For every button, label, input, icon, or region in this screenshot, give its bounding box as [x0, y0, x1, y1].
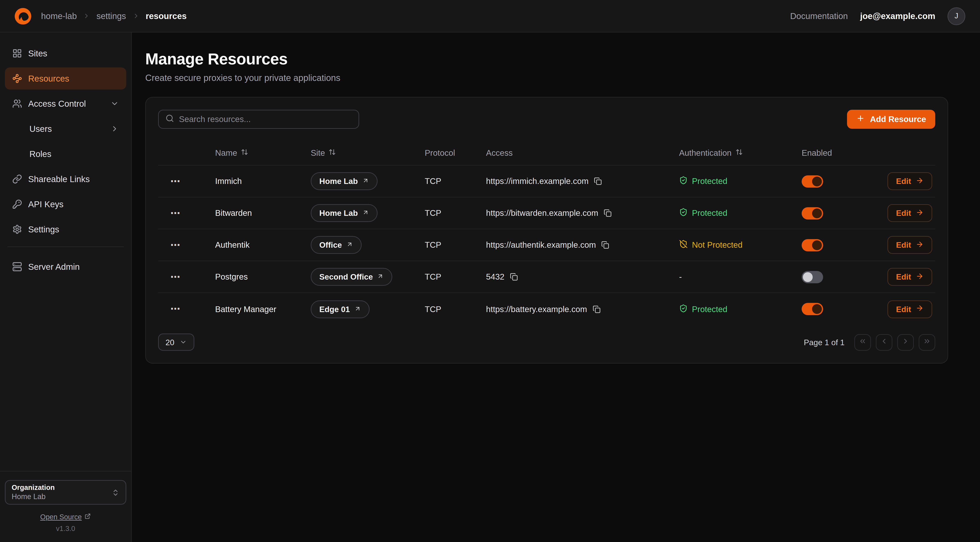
link-icon [12, 174, 22, 184]
enabled-toggle[interactable] [802, 175, 823, 187]
external-link-icon [85, 513, 91, 521]
arrow-up-right-icon [362, 177, 369, 186]
chevrons-left-icon [859, 336, 867, 348]
sidebar-item-roles[interactable]: Roles [5, 143, 126, 165]
sidebar-item-label: Resources [28, 73, 69, 83]
sidebar-item-settings[interactable]: Settings [5, 218, 126, 240]
sidebar-item-server-admin[interactable]: Server Admin [5, 256, 126, 278]
protocol: TCP [425, 177, 486, 186]
edit-button[interactable]: Edit [888, 204, 932, 222]
site-link[interactable]: Second Office [311, 268, 393, 286]
sidebar-item-resources[interactable]: Resources [5, 67, 126, 89]
access-url: https://bitwarden.example.com [486, 209, 598, 218]
resource-name: Postgres [215, 272, 311, 281]
protocol: TCP [425, 240, 486, 250]
copy-icon[interactable] [601, 241, 609, 249]
protocol: TCP [425, 272, 486, 281]
previous-page-button[interactable] [876, 334, 892, 351]
documentation-link[interactable]: Documentation [790, 11, 848, 21]
sidebar: Sites Resources Access Control Users Rol… [0, 32, 132, 542]
resources-table: Name Site Protocol Access Authentication [158, 141, 935, 325]
shield-check-icon [679, 208, 688, 218]
access-url: https://authentik.example.com [486, 240, 596, 250]
sidebar-item-shareable-links[interactable]: Shareable Links [5, 168, 126, 190]
user-email[interactable]: joe@example.com [860, 11, 935, 21]
header-access: Access [486, 148, 679, 158]
sidebar-item-access-control[interactable]: Access Control [5, 92, 126, 115]
auth-status: - [679, 272, 802, 281]
copy-icon[interactable] [594, 177, 602, 185]
organization-label: Organization [12, 484, 55, 491]
first-page-button[interactable] [854, 334, 871, 351]
header-authentication[interactable]: Authentication [679, 148, 802, 158]
app-logo-icon[interactable] [15, 8, 31, 24]
avatar[interactable]: J [948, 7, 965, 25]
shield-check-icon [679, 304, 688, 314]
table-row-authentik: ⋯ Authentik Office TCP https://authentik… [158, 229, 935, 261]
table-body: ⋯ Immich Home Lab TCP https://immich.exa… [158, 166, 935, 325]
open-source-link[interactable]: Open Source [5, 513, 126, 521]
edit-button[interactable]: Edit [888, 236, 932, 254]
edit-button[interactable]: Edit [888, 300, 932, 318]
last-page-button[interactable] [919, 334, 935, 351]
row-menu-button[interactable]: ⋯ [170, 272, 180, 282]
copy-icon[interactable] [510, 273, 518, 281]
version-label: v1.3.0 [5, 525, 126, 532]
table-row-immich: ⋯ Immich Home Lab TCP https://immich.exa… [158, 166, 935, 198]
row-menu-button[interactable]: ⋯ [170, 176, 180, 186]
table-row-bitwarden: ⋯ Bitwarden Home Lab TCP https://bitward… [158, 198, 935, 229]
breadcrumb-settings[interactable]: settings [96, 11, 126, 21]
page-size-select[interactable]: 20 [158, 333, 194, 351]
chevron-right-icon [132, 12, 140, 20]
key-icon [12, 199, 22, 209]
enabled-toggle[interactable] [802, 239, 823, 251]
breadcrumb-home-lab[interactable]: home-lab [41, 11, 77, 21]
waypoints-icon [12, 73, 22, 83]
table-row-battery-manager: ⋯ Battery Manager Edge 01 TCP https://ba… [158, 293, 935, 325]
search-input[interactable] [179, 115, 352, 124]
header-protocol: Protocol [425, 148, 486, 158]
header-site[interactable]: Site [311, 148, 425, 158]
sidebar-item-label: Access Control [28, 99, 86, 108]
app-window: home-lab settings resources Documentatio… [0, 0, 980, 542]
row-menu-button[interactable]: ⋯ [170, 208, 180, 218]
arrow-right-icon [915, 272, 923, 282]
next-page-button[interactable] [897, 334, 914, 351]
arrow-up-right-icon [346, 240, 353, 250]
site-link[interactable]: Home Lab [311, 204, 377, 222]
topbar: home-lab settings resources Documentatio… [0, 0, 980, 32]
gear-icon [12, 225, 22, 234]
sidebar-item-sites[interactable]: Sites [5, 42, 126, 64]
search-icon [165, 114, 174, 125]
sort-icon [241, 148, 248, 158]
site-link[interactable]: Office [311, 236, 361, 254]
organization-select[interactable]: Organization Home Lab [5, 480, 126, 505]
site-link[interactable]: Edge 01 [311, 300, 369, 318]
page-size-value: 20 [165, 338, 174, 347]
server-icon [12, 262, 22, 272]
arrow-up-right-icon [362, 209, 369, 218]
copy-icon[interactable] [592, 305, 600, 313]
sidebar-item-label: Sites [28, 48, 47, 58]
site-link[interactable]: Home Lab [311, 172, 377, 190]
breadcrumb-resources[interactable]: resources [146, 11, 187, 21]
sidebar-item-api-keys[interactable]: API Keys [5, 193, 126, 215]
organization-value: Home Lab [12, 493, 46, 501]
edit-button[interactable]: Edit [888, 172, 932, 190]
plus-icon [856, 114, 865, 124]
avatar-initial: J [955, 12, 958, 20]
row-menu-button[interactable]: ⋯ [170, 240, 180, 250]
row-menu-button[interactable]: ⋯ [170, 304, 180, 314]
enabled-toggle[interactable] [802, 303, 823, 315]
users-icon [12, 99, 22, 108]
enabled-toggle[interactable] [802, 207, 823, 219]
arrow-right-icon [915, 240, 923, 250]
auth-status: Not Protected [679, 240, 802, 250]
edit-button[interactable]: Edit [888, 268, 932, 286]
sidebar-item-users[interactable]: Users [5, 118, 126, 140]
add-resource-button[interactable]: Add Resource [847, 110, 935, 129]
header-name[interactable]: Name [215, 148, 311, 158]
enabled-toggle[interactable] [802, 271, 823, 283]
header-enabled: Enabled [802, 148, 888, 158]
copy-icon[interactable] [604, 209, 612, 217]
